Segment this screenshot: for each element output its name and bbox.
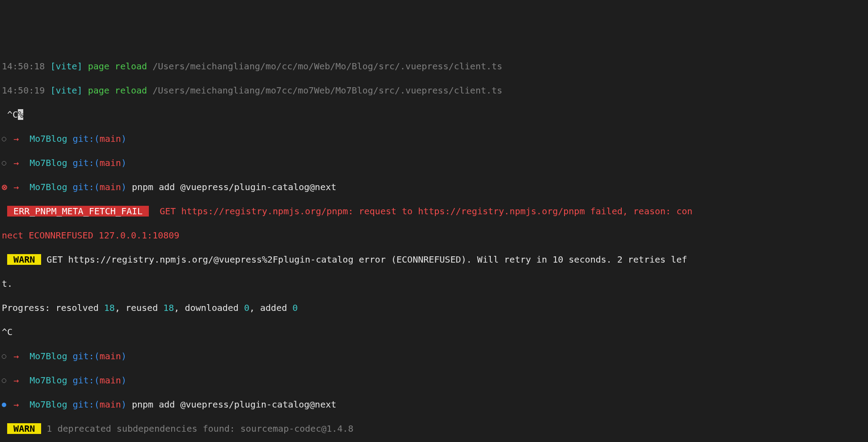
error-badge: ERR_PNPM_META_FETCH_FAIL <box>7 206 149 217</box>
cwd-name: Mo7Blog <box>29 375 67 386</box>
git-close: ) <box>121 182 126 192</box>
warn-badge: WARN <box>7 423 41 434</box>
git-label: git:( <box>67 399 99 410</box>
file-path: /Users/meichangliang/mo7cc/mo7Web/Mo7Blo… <box>152 85 502 96</box>
git-close: ) <box>121 133 126 144</box>
progress-num: 18 <box>163 302 174 313</box>
arrow-icon: → <box>8 351 29 361</box>
status-bullet-empty-icon <box>2 378 6 383</box>
git-close: ) <box>121 399 126 410</box>
file-path: /Users/meichangliang/mo/cc/mo/Web/Mo/Blo… <box>152 61 502 72</box>
warn-badge: WARN <box>7 254 41 265</box>
command-text: pnpm add @vuepress/plugin-catalog@next <box>126 399 337 410</box>
vite-log-line: 14:50:18 [vite] page reload /Users/meich… <box>2 60 859 72</box>
error-line: ERR_PNPM_META_FETCH_FAIL GET https://reg… <box>2 205 859 217</box>
progress-line: Progress: resolved 18, reused 18, downlo… <box>2 302 859 314</box>
vite-msg: page reload <box>83 61 153 72</box>
command-text: pnpm add @vuepress/plugin-catalog@next <box>126 182 337 192</box>
timestamp: 14:50:18 <box>2 61 50 72</box>
progress-num: 0 <box>244 302 249 313</box>
prompt-line: ⊗ → Mo7Blog git:(main) pnpm add @vuepres… <box>2 181 859 193</box>
arrow-icon: → <box>8 133 29 144</box>
error-line-cont: nect ECONNREFUSED 127.0.0.1:10809 <box>2 230 859 242</box>
warn-message: 1 deprecated subdependencies found: sour… <box>41 423 353 434</box>
git-label: git:( <box>67 375 99 386</box>
warn-line-cont: t. <box>2 278 859 290</box>
vite-tag: [vite] <box>50 61 82 72</box>
warn-line: WARN GET https://registry.npmjs.org/@vue… <box>2 254 859 266</box>
prompt-line: → Mo7Blog git:(main) pnpm add @vuepress/… <box>2 399 859 411</box>
prompt-line: → Mo7Blog git:(main) <box>2 133 859 145</box>
status-bullet-empty-icon <box>2 161 6 166</box>
git-label: git:( <box>67 133 99 144</box>
arrow-icon: → <box>8 182 29 192</box>
git-label: git:( <box>67 351 99 361</box>
arrow-icon: → <box>8 375 29 386</box>
timestamp: 14:50:19 <box>2 85 50 96</box>
git-branch: main <box>100 375 121 386</box>
cwd-name: Mo7Blog <box>29 351 67 361</box>
status-bullet-empty-icon <box>2 137 6 141</box>
git-close: ) <box>121 351 126 361</box>
error-message: nect ECONNREFUSED 127.0.0.1:10809 <box>2 230 179 241</box>
percent-block: % <box>18 109 23 120</box>
ctrl-c-line: ^C <box>2 326 859 338</box>
git-branch: main <box>100 351 121 361</box>
progress-label: Progress: resolved <box>2 302 104 313</box>
git-close: ) <box>121 375 126 386</box>
status-bullet-active-icon <box>2 403 6 407</box>
git-branch: main <box>100 399 121 410</box>
cwd-name: Mo7Blog <box>29 399 67 410</box>
cwd-name: Mo7Blog <box>29 133 67 144</box>
ctrl-c-text: ^C <box>2 327 13 337</box>
git-branch: main <box>100 133 121 144</box>
git-branch: main <box>100 182 121 192</box>
cwd-name: Mo7Blog <box>29 157 67 168</box>
warn-message: t. <box>2 278 13 289</box>
warn-message: GET https://registry.npmjs.org/@vuepress… <box>41 254 687 265</box>
vite-msg: page reload <box>83 85 153 96</box>
git-label: git:( <box>67 182 99 192</box>
git-label: git:( <box>67 157 99 168</box>
arrow-icon: → <box>8 399 29 410</box>
vite-tag: [vite] <box>50 85 82 96</box>
arrow-icon: → <box>8 157 29 168</box>
git-branch: main <box>100 157 121 168</box>
status-error-icon: ⊗ <box>2 181 8 193</box>
vite-log-line: 14:50:19 [vite] page reload /Users/meich… <box>2 85 859 97</box>
prompt-line: → Mo7Blog git:(main) <box>2 157 859 169</box>
git-close: ) <box>121 157 126 168</box>
cwd-name: Mo7Blog <box>29 182 67 192</box>
warn-line: WARN 1 deprecated subdependencies found:… <box>2 423 859 435</box>
ctrl-c-text: ^C <box>7 109 18 120</box>
prompt-line: → Mo7Blog git:(main) <box>2 350 859 362</box>
terminal-output[interactable]: 14:50:18 [vite] page reload /Users/meich… <box>0 48 868 442</box>
ctrl-c-line: ^C% <box>2 109 859 121</box>
prompt-line: → Mo7Blog git:(main) <box>2 374 859 387</box>
error-message: GET https://registry.npmjs.org/pnpm: req… <box>154 206 692 217</box>
progress-num: 18 <box>104 302 115 313</box>
progress-num: 0 <box>292 302 298 313</box>
status-bullet-empty-icon <box>2 354 6 359</box>
